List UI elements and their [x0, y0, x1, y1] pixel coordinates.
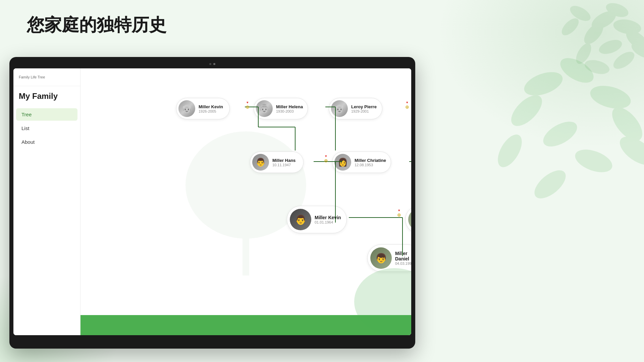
page-title: 您家庭的独特历史: [0, 0, 644, 47]
rings-2: ⊕: [405, 104, 409, 110]
person-silhouette: 👴: [334, 104, 344, 113]
person-silhouette: 👴: [182, 104, 192, 113]
avatar-miller-kevin-jr: 👨: [290, 209, 311, 230]
person-silhouette: 👦: [375, 253, 387, 264]
person-info-miller-hans: Miller Hans 10.11.1947: [272, 158, 296, 167]
rings-1: ⊕: [246, 104, 250, 110]
svg-point-37: [493, 131, 527, 171]
avatar-miller-chriatine: 👩: [334, 154, 351, 171]
person-info-leroy-pierre: Leroy Pierre 1929-2001: [351, 104, 377, 113]
marriage-icon-3: ♥ ⊕: [324, 154, 328, 163]
person-info-miller-chriatine: Miller Chriatine 12.08.1953: [355, 158, 386, 167]
person-info-miller-helena: Miller Helena 1930-2003: [276, 104, 303, 113]
svg-point-36: [606, 102, 644, 146]
svg-point-33: [506, 90, 547, 131]
person-name-leroy-pierre: Leroy Pierre: [351, 104, 377, 109]
marriage-icon-5: ♥ ⊕: [397, 208, 401, 218]
person-silhouette: 👩: [338, 158, 348, 167]
svg-point-39: [530, 165, 571, 204]
marriage-icon-1: ♥ ⊕: [246, 101, 250, 110]
marriage-icon-2: ♥ ⊕: [405, 101, 409, 110]
nav-item-tree[interactable]: Tree: [16, 108, 77, 121]
person-date-miller-chriatine: 12.08.1953: [355, 163, 386, 167]
tree-watermark: [162, 118, 330, 286]
avatar-miller-kevin-sr: 👴: [178, 100, 195, 117]
person-info-miller-kevin-sr: Miller Kevin 1926-2005: [199, 104, 223, 113]
laptop-frame: Family Life Tree My Family Tree List Abo…: [9, 57, 415, 349]
person-info-miller-daniel: Miller Daniel 04.03.1995: [395, 251, 411, 265]
person-name-miller-kevin-sr: Miller Kevin: [199, 104, 223, 109]
nav-item-about[interactable]: About: [16, 136, 77, 148]
tree-main-content: 👴 Miller Kevin 1926-2005 ♥ ⊕ 👵 Miller He…: [80, 68, 411, 335]
person-date-miller-hans: 10.11.1947: [272, 163, 296, 167]
avatar-leroy-pierre: 👴: [331, 100, 348, 117]
person-date-miller-helena: 1930-2003: [276, 109, 303, 113]
camera-dot-1: [209, 63, 211, 65]
camera-dot-2: [213, 63, 215, 65]
person-card-miller-hans[interactable]: 👨 Miller Hans 10.11.1947: [250, 152, 304, 173]
person-card-miller-chriatine[interactable]: 👩 Miller Chriatine 12.08.1953: [332, 152, 391, 173]
person-card-miller-sandra[interactable]: 👩 Miller Sandra 05.05.1972: [405, 206, 411, 233]
laptop-screen: Family Life Tree My Family Tree List Abo…: [13, 68, 411, 335]
person-date-miller-kevin-jr: 01.01.1964: [315, 220, 341, 224]
svg-point-34: [588, 82, 633, 113]
app-title: Family Life Tree: [13, 75, 80, 86]
svg-point-7: [583, 58, 611, 76]
person-card-miller-helena[interactable]: 👵 Miller Helena 1930-2003: [254, 98, 308, 119]
person-silhouette: 👨: [295, 214, 307, 225]
heart-2: ♥: [406, 101, 408, 104]
rings-3: ⊕: [324, 158, 328, 163]
svg-point-32: [556, 53, 597, 87]
person-silhouette: 👨: [256, 158, 266, 167]
person-name-miller-helena: Miller Helena: [276, 104, 303, 109]
person-info-miller-kevin-jr: Miller Kevin 01.01.1964: [315, 215, 341, 224]
avatar-miller-daniel: 👦: [370, 247, 392, 269]
person-silhouette: 👵: [259, 104, 269, 113]
family-name: My Family: [13, 92, 80, 108]
person-name-miller-kevin-jr: Miller Kevin: [315, 215, 341, 220]
green-bottom-bar: [80, 315, 411, 335]
svg-point-31: [521, 67, 566, 100]
heart-1: ♥: [247, 101, 249, 104]
person-date-miller-kevin-sr: 1926-2005: [199, 109, 223, 113]
svg-point-40: [615, 131, 644, 171]
camera-bar: [13, 61, 411, 67]
heart-3: ♥: [325, 154, 327, 158]
person-name-miller-hans: Miller Hans: [272, 158, 296, 163]
nav-item-list[interactable]: List: [16, 122, 77, 134]
person-date-miller-daniel: 04.03.1995: [395, 261, 411, 265]
avatar-miller-helena: 👵: [256, 100, 273, 117]
person-card-leroy-pierre[interactable]: 👴 Leroy Pierre 1929-2001: [329, 98, 382, 119]
person-name-miller-chriatine: Miller Chriatine: [355, 158, 386, 163]
right-decorative-area: [409, 50, 644, 352]
sidebar: Family Life Tree My Family Tree List Abo…: [13, 68, 80, 335]
avatar-miller-hans: 👨: [252, 154, 269, 171]
avatar-miller-sandra: 👩: [408, 209, 411, 230]
person-date-leroy-pierre: 1929-2001: [351, 109, 377, 113]
svg-point-35: [539, 117, 581, 152]
person-card-miller-kevin-jr[interactable]: 👨 Miller Kevin 01.01.1964: [287, 206, 347, 233]
heart-5: ♥: [398, 208, 400, 212]
svg-point-8: [610, 49, 637, 72]
svg-rect-13: [243, 235, 249, 276]
person-name-miller-daniel: Miller Daniel: [395, 251, 411, 261]
svg-point-38: [572, 145, 615, 177]
person-card-miller-daniel[interactable]: 👦 Miller Daniel 04.03.1995: [367, 244, 411, 272]
rings-5: ⊕: [397, 212, 401, 218]
person-card-miller-kevin-sr[interactable]: 👴 Miller Kevin 1926-2005: [176, 98, 230, 119]
